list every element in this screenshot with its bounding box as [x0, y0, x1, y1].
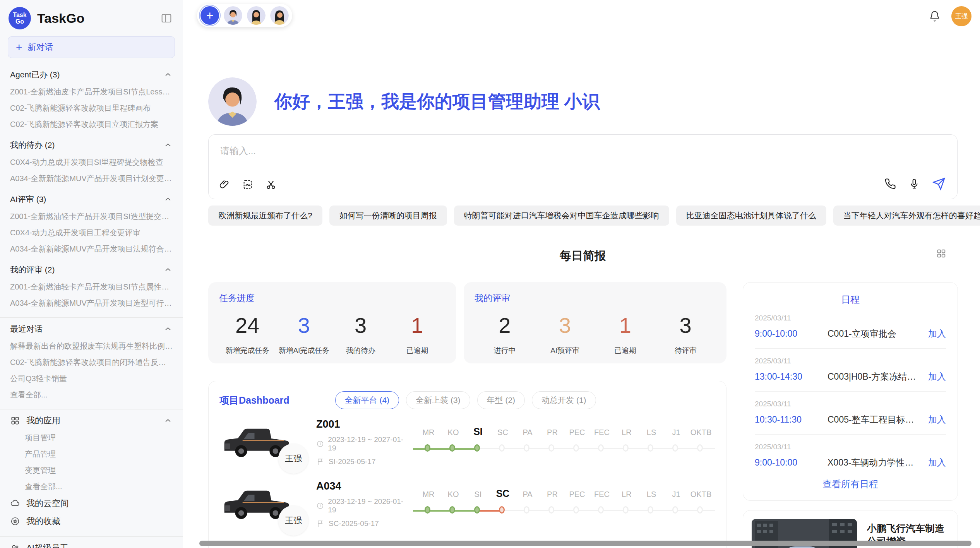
view-all-apps[interactable]: 查看全部...: [0, 478, 183, 495]
filter-new-body[interactable]: 全新上装 (3): [406, 391, 470, 409]
ai-super-staff-label: AI超级员工: [26, 542, 69, 548]
list-item[interactable]: Z001-全新燃油轻卡产品开发项目SI造型提交物评审: [0, 208, 183, 224]
section-title: 我的待办 (2): [10, 140, 55, 151]
my-apps-label-wrap: 我的应用: [10, 415, 60, 426]
milestone-node: [524, 506, 529, 514]
briefing-layout-button[interactable]: [936, 248, 947, 259]
project-row[interactable]: 王强 Z001 2023-12-19 ~ 2027-01-19 SI-2025-…: [219, 413, 715, 471]
suggestion-chip[interactable]: 特朗普可能对进口汽车增税会对中国车企造成哪些影响: [454, 206, 669, 226]
section-agent-done[interactable]: Agent已办 (3): [0, 66, 183, 84]
schedule-title: 日程: [755, 293, 946, 306]
suggestion-chip[interactable]: 欧洲新规最近颁布了什么?: [208, 206, 322, 226]
filter-new-platform[interactable]: 全新平台 (4): [335, 391, 399, 409]
list-item[interactable]: A034-全新新能源MUV产品开发项目计划变更表编写: [0, 170, 183, 187]
project-owner-badge: 王强: [278, 444, 308, 474]
project-row[interactable]: 王强 A034 2023-12-19 ~ 2026-01-19 SC-2025-…: [219, 475, 715, 533]
people-icon: [10, 543, 20, 548]
chevron-up-icon: [163, 70, 173, 79]
star-circle-icon: [10, 516, 20, 526]
schedule-date: 2025/03/11: [755, 357, 946, 365]
sidebar-item-product-mgmt[interactable]: 产品管理: [0, 446, 183, 462]
horizontal-scrollbar[interactable]: [199, 541, 971, 546]
attach-button[interactable]: [219, 179, 230, 190]
stat-label: 进行中: [475, 346, 535, 356]
sidebar-header: Task Go TaskGo: [0, 0, 183, 33]
project-info: A034 2023-12-19 ~ 2026-01-19 SC-2025-05-…: [316, 480, 405, 528]
join-meeting-link[interactable]: 加入: [928, 371, 946, 383]
suggestion-chip[interactable]: 当下年轻人对汽车外观有怎样的喜好趋势: [833, 206, 980, 226]
view-all-schedule-link[interactable]: 查看所有日程: [743, 478, 958, 490]
milestone-node: [524, 444, 529, 452]
list-item[interactable]: 解释最新出台的欧盟报废车法规再生塑料比例被调至15%...: [0, 338, 183, 354]
filter-model-year[interactable]: 年型 (2): [477, 391, 525, 409]
favorites-label: 我的收藏: [26, 515, 60, 527]
section-my-review[interactable]: 我的评审 (2): [0, 261, 183, 279]
join-meeting-link[interactable]: 加入: [928, 414, 946, 426]
stat-value: 3: [535, 313, 595, 338]
sidebar-item-change-mgmt[interactable]: 变更管理: [0, 462, 183, 478]
milestone-node-overdue: [499, 506, 505, 514]
view-all-chats[interactable]: 查看全部...: [0, 387, 183, 403]
divider: [0, 317, 183, 318]
list-item[interactable]: A034-全新新能源MUV产品开发项目法规符合性评审: [0, 241, 183, 257]
list-item[interactable]: C02-飞腾新能源轻客改款项目的闭环通告反馈情况: [0, 354, 183, 370]
stat-label: 待评审: [655, 346, 716, 356]
join-meeting-link[interactable]: 加入: [928, 328, 946, 340]
sidebar-collapse-button[interactable]: [159, 10, 174, 26]
join-meeting-link[interactable]: 加入: [928, 457, 946, 469]
schedule-item: 2025/03/11 9:00-10:00 X003-车辆动力学性能验... 加…: [755, 434, 946, 477]
list-item[interactable]: C0X4-动力总成开发项目SI里程碑提交物检查: [0, 154, 183, 170]
main-content: 你好，王强，我是你的项目管理助理 小识 请输入... 欧洲新规最近颁布了什么? …: [208, 0, 958, 548]
milestone-node: [623, 444, 629, 452]
section-my-todo[interactable]: 我的待办 (2): [0, 136, 183, 154]
schedule-date: 2025/03/11: [755, 314, 946, 322]
milestone-node: [623, 506, 629, 514]
stat-label: 我的待办: [332, 346, 389, 356]
sidebar-item-ai-super-staff[interactable]: AI超级员工: [0, 539, 183, 548]
schedule-meeting-title: C003|H0B-方案冻结评审: [828, 371, 922, 383]
screenshot-button[interactable]: [265, 179, 277, 190]
section-recent-chats[interactable]: 最近对话: [0, 320, 183, 338]
list-item[interactable]: 公司Q3轻卡销量: [0, 370, 183, 387]
list-item[interactable]: A034-全新新能源MUV产品开发项目造型可行性评审: [0, 295, 183, 311]
sidebar-item-cloud-space[interactable]: 我的云空间: [0, 495, 183, 512]
sidebar-item-project-mgmt[interactable]: 项目管理: [0, 430, 183, 446]
stat-in-progress: 2 进行中: [475, 313, 535, 356]
sidebar-item-favorites[interactable]: 我的收藏: [0, 512, 183, 530]
card-title: 我的评审: [475, 292, 716, 304]
new-chat-button[interactable]: + 新对话: [8, 36, 175, 58]
stat-value: 1: [389, 313, 445, 338]
section-ai-review[interactable]: AI评审 (3): [0, 190, 183, 208]
project-dashboard-card: 项目Dashboard 全新平台 (4) 全新上装 (3) 年型 (2) 动总开…: [208, 381, 726, 548]
suggestion-chip[interactable]: 如何写一份清晰的项目周报: [329, 206, 447, 226]
stat-label: 已逾期: [389, 346, 445, 356]
image-upload-button[interactable]: [242, 179, 254, 190]
filter-powertrain[interactable]: 动总开发 (1): [532, 391, 596, 409]
list-item[interactable]: C02-飞腾新能源轻客改款项目立项汇报方案: [0, 116, 183, 132]
list-item[interactable]: C02-飞腾新能源轻客改款项目里程碑画布: [0, 100, 183, 116]
stat-ai-prereview: 3 AI预评审: [535, 313, 595, 356]
microphone-button[interactable]: [908, 178, 920, 190]
milestone-label: OKTB: [684, 490, 718, 499]
project-vehicle-image: 王强: [219, 420, 293, 464]
divider: [0, 409, 183, 409]
list-item[interactable]: C0X4-动力总成开发项目工程变更评审: [0, 224, 183, 241]
project-date-range: 2023-12-19 ~ 2027-01-19: [328, 435, 405, 452]
list-item[interactable]: Z001-全新燃油轻卡产品开发项目SI节点属性5D文件评审: [0, 279, 183, 295]
suggestion-chip[interactable]: 比亚迪全固态电池计划具体说了什么: [676, 206, 826, 226]
chat-input[interactable]: 请输入...: [208, 134, 958, 199]
list-item[interactable]: Z001-全新燃油皮卡产品开发项目SI节点Lesson Learn报告: [0, 84, 183, 100]
assistant-avatar: [208, 77, 257, 126]
milestone-node: [449, 444, 455, 452]
divider: [0, 536, 183, 537]
voice-call-button[interactable]: [884, 178, 896, 190]
sidebar-item-my-apps[interactable]: 我的应用: [0, 412, 183, 430]
flag-icon: [316, 457, 325, 466]
my-review-card: 我的评审 2 进行中 3 AI预评审 1 已逾期: [464, 282, 726, 363]
stat-review-overdue: 1 已逾期: [595, 313, 656, 356]
schedule-item: 2025/03/11 10:30-11:30 C005-整车工程目标评审 加入: [755, 391, 946, 434]
project-owner-badge: 王强: [278, 505, 308, 536]
send-button[interactable]: [932, 177, 946, 190]
schedule-meeting-title: X003-车辆动力学性能验...: [828, 457, 922, 469]
my-apps-label: 我的应用: [26, 415, 60, 426]
